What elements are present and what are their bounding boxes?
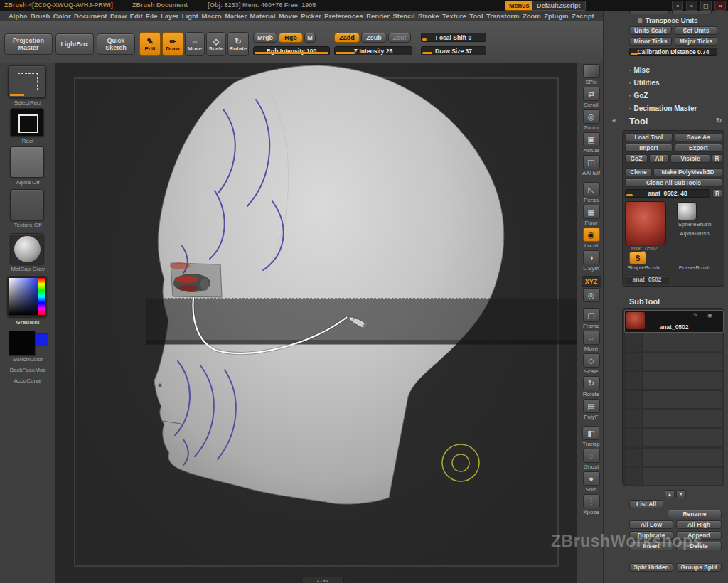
menu-item[interactable]: Material [250,12,276,20]
spix-tool[interactable]: SPix [583,64,600,85]
calibration-distance-slider[interactable]: Calibration Distance 0.74 [629,48,717,56]
sculpt-viewport[interactable] [55,63,577,583]
rotate-button[interactable]: ↻ Rotate [228,32,249,56]
menu-item[interactable]: Marker [225,12,247,20]
make-polymesh3d-button[interactable]: Make PolyMesh3D [653,168,722,176]
scroll-right-icon[interactable]: » [686,1,697,11]
goz-visible-button[interactable]: Visible [670,154,710,163]
move-3d-tool[interactable]: ⇔ Move [583,331,600,352]
draw-size-slider[interactable]: Draw Size 37 [421,46,486,55]
menu-item[interactable]: Zplugin [544,12,568,20]
menu-item[interactable]: Alpha [9,12,27,20]
subtool-empty-slot[interactable] [624,352,722,370]
ghost-toggle[interactable]: ◌ Ghost [583,449,600,470]
transpose-units-header[interactable]: ▦ Transpose Units [638,16,698,24]
subtool-empty-slot[interactable] [624,410,722,428]
menu-item[interactable]: Movie [279,12,298,20]
list-all-button[interactable]: List All [629,500,663,508]
menu-item[interactable]: Stroke [418,12,439,20]
menu-item[interactable]: Transform [486,12,519,20]
polyframe-toggle[interactable]: ▤ PolyF [583,399,600,420]
main-color-swatch[interactable] [9,331,36,356]
subtool-palette-header[interactable]: SubTool [629,297,660,306]
menu-item[interactable]: Macro [201,12,221,20]
menus-button[interactable]: Menus [505,1,534,11]
mrgb-button[interactable]: Mrgb [253,33,277,43]
alpha-brush-label[interactable]: AlphaBrush [665,230,724,237]
rename-button[interactable]: Rename [668,510,722,518]
transp-toggle[interactable]: ◧ Transp [582,426,600,447]
menu-item[interactable]: Tool [469,12,483,20]
scale-button[interactable]: ◇ Scale [206,32,226,56]
decimation-master-palette-header[interactable]: ▪ Decimation Master [629,105,697,112]
floor-toggle[interactable]: ▦ Floor [583,205,600,226]
save-as-button[interactable]: Save As [675,133,722,141]
magnify-tool[interactable]: ◎ [583,288,600,302]
accucurve-button[interactable]: AccuCurve [0,378,55,384]
subtool-empty-slot[interactable] [624,371,722,390]
goz-all-button[interactable]: All [649,154,669,163]
scroll-tool[interactable]: ⇄ Scroll [583,87,600,108]
stroke-thumbnail[interactable] [10,108,44,137]
goz-palette-header[interactable]: ▪ GoZ [629,92,648,100]
menu-item[interactable]: Zoom [523,12,541,20]
lightbox-button[interactable]: LightBox [55,33,94,55]
backface-mask-button[interactable]: BackFaceMas [0,367,55,373]
move-button[interactable]: ⇔ Move [185,32,205,56]
menu-item[interactable]: Edit [130,12,143,20]
rgb-button[interactable]: Rgb [279,33,303,43]
goz-button[interactable]: GoZ [625,154,648,163]
switch-color-label[interactable]: SwitchColor [0,356,55,363]
load-tool-button[interactable]: Load Tool [625,133,673,141]
z-intensity-slider[interactable]: Z Intensity 25 [334,46,412,55]
tool-refresh-icon[interactable]: ↻ [716,117,722,124]
rotate-3d-tool[interactable]: ↻ Rotate [583,376,600,397]
m-button[interactable]: M [304,33,316,43]
menu-item[interactable]: Picker [301,12,321,20]
sphere-brush-label[interactable]: SphereBrush [665,221,724,228]
clone-button[interactable]: Clone [625,168,652,176]
window-restore-icon[interactable]: ▢ [700,1,712,11]
tool-collapse-icon[interactable]: ◄ [611,117,616,124]
subtool-selected-row[interactable]: ✎ ◉ anat_0502 [624,310,724,333]
menu-item[interactable]: Draw [110,12,127,20]
goz-r-button[interactable]: R [712,154,722,163]
zoom-tool[interactable]: ◎ Zoom [583,109,600,131]
utilities-palette-header[interactable]: ▪ Utilities [629,79,660,87]
menu-item[interactable]: Layer [161,12,178,20]
tool-name-button[interactable]: anat_0502 [625,275,669,284]
major-ticks-button[interactable]: Major Ticks [675,37,717,46]
import-button[interactable]: Import [625,144,673,152]
zcut-button[interactable]: Zcut [388,33,411,43]
zadd-button[interactable]: Zadd [334,33,360,43]
texture-thumbnail[interactable] [10,189,44,220]
export-button[interactable]: Export [675,144,722,152]
subtool-eye-icon[interactable]: ◉ [707,312,712,319]
menu-item[interactable]: File [146,12,157,20]
menu-item[interactable]: Render [366,12,390,20]
clipped-button[interactable] [672,11,712,14]
eraser-brush-label[interactable]: EraserBrush [665,264,724,271]
misc-palette-header[interactable]: ▪ Misc [629,66,650,74]
draw-button[interactable]: ✏ Draw [162,32,183,56]
all-high-button[interactable]: All High [676,520,722,529]
aahalf-tool[interactable]: ◫ AAHalf [582,155,600,176]
subtool-empty-slot[interactable] [624,448,722,466]
units-scale-button[interactable]: Units Scale [629,26,672,35]
solo-toggle[interactable]: ● Solo [583,471,600,493]
subtool-empty-slot[interactable] [624,467,722,486]
active-tool-slider[interactable]: anat_0502. 48 [625,189,710,198]
scroll-left-icon[interactable]: « [672,1,683,11]
secondary-color-swatch[interactable] [36,333,48,346]
saturation-value-square[interactable] [9,278,38,315]
window-close-icon[interactable]: × [714,1,726,11]
menu-item[interactable]: Zscript [572,12,594,20]
menu-item[interactable]: Document [74,12,107,20]
alpha-thumbnail[interactable] [10,146,44,178]
minor-ticks-button[interactable]: Minor Ticks [629,37,672,46]
clipped-button[interactable] [629,11,669,14]
edit-button[interactable]: ✎ Edit [139,32,161,56]
menu-item[interactable]: Stencil [392,12,414,20]
split-hidden-button[interactable]: Split Hidden [629,563,673,572]
lsym-toggle[interactable]: ◑ L.Sym [583,250,600,272]
